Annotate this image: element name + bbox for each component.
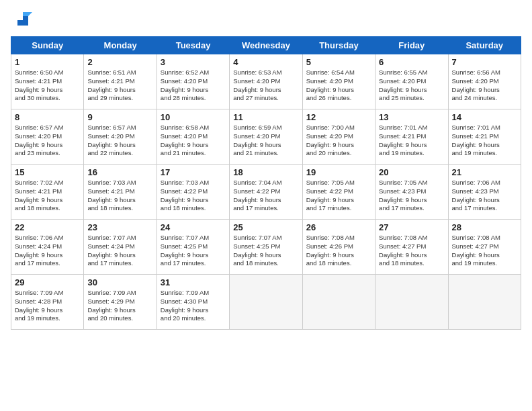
day-info: Sunrise: 6:57 AMSunset: 4:20 PMDaylight:…	[87, 124, 152, 158]
day-info: Sunrise: 6:59 AMSunset: 4:20 PMDaylight:…	[233, 124, 298, 158]
calendar-week-5: 29 Sunrise: 7:09 AMSunset: 4:28 PMDaylig…	[11, 275, 521, 330]
calendar-week-3: 15 Sunrise: 7:02 AMSunset: 4:21 PMDaylig…	[11, 165, 521, 220]
calendar-week-4: 22 Sunrise: 7:06 AMSunset: 4:24 PMDaylig…	[11, 220, 521, 275]
day-number: 27	[379, 222, 444, 232]
calendar-cell: 24 Sunrise: 7:07 AMSunset: 4:25 PMDaylig…	[157, 220, 229, 275]
calendar-cell: 30 Sunrise: 7:09 AMSunset: 4:29 PMDaylig…	[84, 275, 157, 330]
day-info: Sunrise: 7:01 AMSunset: 4:21 PMDaylight:…	[452, 124, 517, 158]
day-number: 19	[306, 167, 371, 177]
calendar-cell	[448, 275, 521, 330]
calendar-cell: 7 Sunrise: 6:56 AMSunset: 4:20 PMDayligh…	[448, 54, 521, 109]
calendar-cell	[230, 275, 302, 330]
calendar-header-saturday: Saturday	[448, 37, 521, 54]
day-number: 20	[379, 167, 444, 177]
day-number: 18	[233, 167, 298, 177]
day-number: 25	[233, 222, 298, 232]
day-info: Sunrise: 7:07 AMSunset: 4:25 PMDaylight:…	[233, 234, 298, 268]
day-info: Sunrise: 7:06 AMSunset: 4:23 PMDaylight:…	[452, 179, 517, 213]
svg-marker-0	[17, 16, 28, 26]
calendar-cell: 20 Sunrise: 7:05 AMSunset: 4:23 PMDaylig…	[375, 165, 448, 220]
day-number: 5	[306, 57, 371, 67]
calendar-header-wednesday: Wednesday	[230, 37, 302, 54]
day-info: Sunrise: 7:01 AMSunset: 4:21 PMDaylight:…	[379, 124, 444, 158]
day-info: Sunrise: 7:09 AMSunset: 4:28 PMDaylight:…	[15, 289, 80, 323]
calendar-cell: 17 Sunrise: 7:03 AMSunset: 4:22 PMDaylig…	[157, 165, 229, 220]
calendar-cell: 18 Sunrise: 7:04 AMSunset: 4:22 PMDaylig…	[230, 165, 302, 220]
day-number: 11	[233, 112, 298, 122]
day-number: 4	[233, 57, 298, 67]
day-info: Sunrise: 7:07 AMSunset: 4:24 PMDaylight:…	[87, 234, 152, 268]
calendar-cell: 1 Sunrise: 6:50 AMSunset: 4:21 PMDayligh…	[11, 54, 84, 109]
day-info: Sunrise: 6:55 AMSunset: 4:20 PMDaylight:…	[379, 68, 444, 103]
calendar-cell: 14 Sunrise: 7:01 AMSunset: 4:21 PMDaylig…	[448, 109, 521, 165]
day-info: Sunrise: 6:52 AMSunset: 4:20 PMDaylight:…	[161, 68, 226, 103]
day-info: Sunrise: 7:08 AMSunset: 4:27 PMDaylight:…	[379, 234, 444, 268]
calendar-cell	[375, 275, 448, 330]
day-number: 21	[452, 167, 517, 177]
day-number: 1	[15, 57, 80, 67]
calendar-cell: 16 Sunrise: 7:03 AMSunset: 4:21 PMDaylig…	[84, 165, 157, 220]
day-info: Sunrise: 6:57 AMSunset: 4:20 PMDaylight:…	[15, 124, 80, 158]
day-number: 29	[15, 277, 80, 287]
day-info: Sunrise: 6:58 AMSunset: 4:20 PMDaylight:…	[161, 124, 226, 158]
calendar-header-monday: Monday	[84, 37, 157, 54]
day-info: Sunrise: 7:08 AMSunset: 4:27 PMDaylight:…	[452, 234, 517, 268]
day-info: Sunrise: 7:07 AMSunset: 4:25 PMDaylight:…	[161, 234, 226, 268]
calendar-header-thursday: Thursday	[302, 37, 375, 54]
calendar-cell	[302, 275, 375, 330]
day-number: 10	[161, 112, 226, 122]
calendar-cell: 21 Sunrise: 7:06 AMSunset: 4:23 PMDaylig…	[448, 165, 521, 220]
day-number: 22	[15, 222, 80, 232]
day-number: 8	[15, 112, 80, 122]
calendar-header-row: SundayMondayTuesdayWednesdayThursdayFrid…	[11, 37, 521, 54]
day-info: Sunrise: 7:02 AMSunset: 4:21 PMDaylight:…	[15, 179, 80, 213]
day-info: Sunrise: 6:56 AMSunset: 4:20 PMDaylight:…	[452, 68, 517, 103]
calendar-cell: 12 Sunrise: 7:00 AMSunset: 4:20 PMDaylig…	[302, 109, 375, 165]
day-number: 16	[87, 167, 152, 177]
day-number: 30	[87, 277, 152, 287]
day-number: 12	[306, 112, 371, 122]
calendar-cell: 2 Sunrise: 6:51 AMSunset: 4:21 PMDayligh…	[84, 54, 157, 109]
day-number: 31	[161, 277, 226, 287]
day-info: Sunrise: 7:05 AMSunset: 4:23 PMDaylight:…	[379, 179, 444, 213]
calendar-week-2: 8 Sunrise: 6:57 AMSunset: 4:20 PMDayligh…	[11, 109, 521, 165]
calendar-header-sunday: Sunday	[11, 37, 84, 54]
day-info: Sunrise: 6:53 AMSunset: 4:20 PMDaylight:…	[233, 68, 298, 103]
calendar-cell: 25 Sunrise: 7:07 AMSunset: 4:25 PMDaylig…	[230, 220, 302, 275]
calendar-cell: 23 Sunrise: 7:07 AMSunset: 4:24 PMDaylig…	[84, 220, 157, 275]
calendar-cell: 27 Sunrise: 7:08 AMSunset: 4:27 PMDaylig…	[375, 220, 448, 275]
logo-icon	[13, 11, 32, 30]
day-number: 13	[379, 112, 444, 122]
day-number: 7	[452, 57, 517, 67]
calendar-cell: 13 Sunrise: 7:01 AMSunset: 4:21 PMDaylig…	[375, 109, 448, 165]
day-number: 28	[452, 222, 517, 232]
calendar-cell: 29 Sunrise: 7:09 AMSunset: 4:28 PMDaylig…	[11, 275, 84, 330]
calendar-cell: 10 Sunrise: 6:58 AMSunset: 4:20 PMDaylig…	[157, 109, 229, 165]
page-container: SundayMondayTuesdayWednesdayThursdayFrid…	[0, 0, 532, 335]
day-number: 23	[87, 222, 152, 232]
calendar-header-friday: Friday	[375, 37, 448, 54]
day-info: Sunrise: 7:03 AMSunset: 4:22 PMDaylight:…	[161, 179, 226, 213]
calendar-cell: 4 Sunrise: 6:53 AMSunset: 4:20 PMDayligh…	[230, 54, 302, 109]
day-number: 26	[306, 222, 371, 232]
day-number: 17	[161, 167, 226, 177]
calendar-cell: 28 Sunrise: 7:08 AMSunset: 4:27 PMDaylig…	[448, 220, 521, 275]
calendar-cell: 31 Sunrise: 7:09 AMSunset: 4:30 PMDaylig…	[157, 275, 229, 330]
calendar-cell: 5 Sunrise: 6:54 AMSunset: 4:20 PMDayligh…	[302, 54, 375, 109]
day-info: Sunrise: 7:09 AMSunset: 4:30 PMDaylight:…	[161, 289, 226, 323]
day-info: Sunrise: 7:04 AMSunset: 4:22 PMDaylight:…	[233, 179, 298, 213]
day-number: 24	[161, 222, 226, 232]
calendar-cell: 26 Sunrise: 7:08 AMSunset: 4:26 PMDaylig…	[302, 220, 375, 275]
day-number: 15	[15, 167, 80, 177]
calendar-cell: 15 Sunrise: 7:02 AMSunset: 4:21 PMDaylig…	[11, 165, 84, 220]
day-number: 2	[87, 57, 152, 67]
day-info: Sunrise: 7:05 AMSunset: 4:22 PMDaylight:…	[306, 179, 371, 213]
day-info: Sunrise: 7:06 AMSunset: 4:24 PMDaylight:…	[15, 234, 80, 268]
logo	[11, 11, 32, 30]
day-info: Sunrise: 7:00 AMSunset: 4:20 PMDaylight:…	[306, 124, 371, 158]
day-info: Sunrise: 7:03 AMSunset: 4:21 PMDaylight:…	[87, 179, 152, 213]
calendar-header-tuesday: Tuesday	[157, 37, 229, 54]
day-info: Sunrise: 7:08 AMSunset: 4:26 PMDaylight:…	[306, 234, 371, 268]
day-number: 6	[379, 57, 444, 67]
day-number: 9	[87, 112, 152, 122]
